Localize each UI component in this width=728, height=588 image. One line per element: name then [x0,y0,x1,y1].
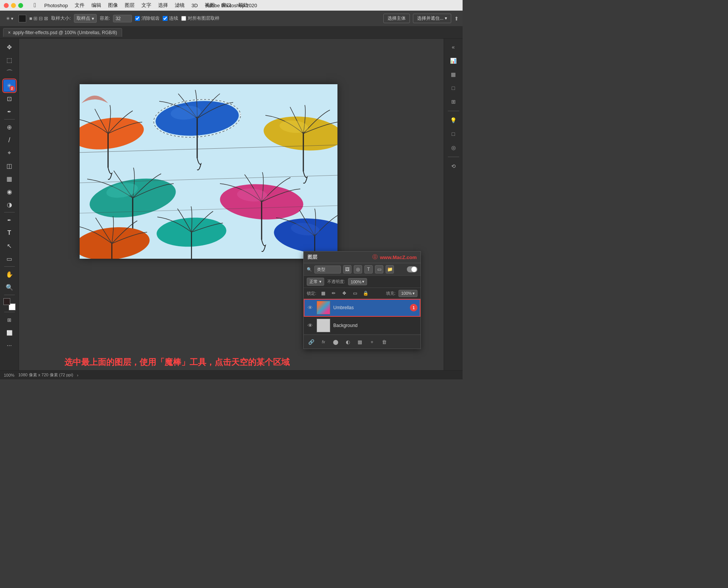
filter-image-icon[interactable]: 🖼 [343,265,351,274]
circle-icon[interactable]: ◎ [447,141,460,154]
layers-filter-dropdown[interactable]: 类型 [314,266,341,274]
filter-smart-icon[interactable]: 📁 [386,265,394,274]
path-select-tool[interactable]: ↖ [3,240,16,252]
anti-alias-checkbox-label[interactable]: 消除锯齿 [135,15,160,22]
lock-image-btn[interactable]: ✏ [330,289,337,297]
menu-edit[interactable]: 编辑 [91,2,101,9]
lock-artboard-btn[interactable]: ▭ [351,289,359,297]
lock-all-btn[interactable]: 🔒 [362,289,369,297]
hand-tool[interactable]: ✋ [3,268,16,280]
crop-tool[interactable]: ⊡ [3,93,16,105]
tolerance-input[interactable] [113,15,132,22]
mode-intersect-icon[interactable]: ⊠ [44,16,48,21]
eyedropper-tool[interactable]: ✒ [3,105,16,118]
panel-collapse-btn[interactable]: « [447,41,460,53]
anti-alias-checkbox[interactable] [135,16,140,21]
more-tools-btn[interactable]: ··· [3,340,16,352]
layer-badge-1: 1 [410,304,417,311]
foreground-color[interactable] [3,298,10,305]
select-subject-button[interactable]: 选择主体 [383,14,410,23]
canvas-image[interactable] [80,84,337,259]
main-layout: ✥ ⬚ ⌒ ✳ 2 ⊡ ✒ ⊕ / ⌖ ◫ ▦ [0,39,463,379]
opacity-value[interactable]: 100% ▾ [348,278,367,285]
marquee-tool[interactable]: ⬚ [3,54,16,66]
squares-grid-icon[interactable]: ⊞ [447,96,460,108]
menu-filter[interactable]: 滤镜 [175,2,185,9]
brush-tool[interactable]: / [3,134,16,146]
menu-photoshop[interactable]: Photoshop [44,3,68,8]
menu-image[interactable]: 图像 [108,2,118,9]
mode-subtract-icon[interactable]: ⊟ [39,16,43,21]
lock-transparency-btn[interactable]: ▦ [319,289,327,297]
gradient-tool[interactable]: ▦ [3,173,16,185]
layer-group-btn[interactable]: ▩ [355,337,364,346]
layer-background[interactable]: 👁 Background [304,317,420,335]
menu-file[interactable]: 文件 [75,2,85,9]
layer-umbrellas-name: Umbrellas [333,305,407,310]
layers-panel-title: 图层 [308,254,317,261]
contiguous-checkbox[interactable] [163,16,168,21]
menu-3d[interactable]: 3D [191,3,198,8]
screen-mode-btn[interactable]: ⬜ [3,327,16,339]
new-layer-btn[interactable]: + [367,337,377,346]
close-button[interactable] [4,3,9,8]
eraser-tool[interactable]: ◫ [3,160,16,172]
sample-size-dropdown[interactable]: 取样点 ▾ [74,14,97,23]
shape-tool[interactable]: ▭ [3,253,16,265]
foreground-color-swatch[interactable] [19,15,26,22]
mode-new-icon[interactable]: ■ [29,16,32,21]
menu-layer[interactable]: 图层 [125,2,135,9]
menu-select[interactable]: 选择 [158,2,168,9]
filter-adjust-icon[interactable]: ◎ [354,265,362,274]
lasso-tool[interactable]: ⌒ [3,67,16,79]
layer-background-visibility[interactable]: 👁 [307,322,314,329]
status-arrow[interactable]: › [77,373,78,377]
clone-tool[interactable]: ⌖ [3,147,16,159]
menu-type[interactable]: 文字 [141,2,151,9]
layer-mask-btn[interactable]: ⬤ [331,337,340,346]
lightbulb-icon[interactable]: 💡 [447,114,460,126]
fill-value[interactable]: 100% ▾ [399,290,417,297]
minimize-button[interactable] [11,3,16,8]
quick-mask-btn[interactable]: ⊞ [3,314,16,326]
filter-toggle[interactable] [407,266,417,272]
select-refine-button[interactable]: 选择并遮住... ▾ [413,14,451,23]
dodge-tool[interactable]: ◑ [3,198,16,211]
layer-umbrellas-visibility[interactable]: 👁 [307,305,314,311]
document-tab[interactable]: × apply-filter-effects.psd @ 100% (Umbre… [3,28,122,37]
panel-icon[interactable]: □ [447,128,460,140]
square-icon[interactable]: □ [447,82,460,94]
type-tool[interactable]: T [3,227,16,239]
layers-panel-header: 图层 ⓪ www.MacZ.com [304,252,420,263]
all-layers-checkbox-label[interactable]: 对所有图层取样 [181,15,220,22]
all-layers-checkbox[interactable] [181,16,186,21]
quick-mask-icon: ⊞ [7,317,11,323]
canvas-area[interactable]: 选中最上面的图层，使用「魔棒」工具，点击天空的某个区域 图层 ⓪ www.Mac… [19,39,444,379]
transform-icon[interactable]: ⟲ [447,160,460,172]
grid-icon[interactable]: ▦ [447,68,460,80]
move-tool[interactable]: ✥ [3,41,16,53]
healing-tool[interactable]: ⊕ [3,121,16,133]
blur-tool[interactable]: ◉ [3,186,16,198]
magic-wand-tool[interactable]: ✳ 2 [3,80,16,92]
mode-add-icon[interactable]: ⊞ [33,16,38,21]
tool-options-icon[interactable]: ✳ ▾ [4,15,16,22]
layer-umbrellas[interactable]: 👁 Umbrellas 1 [304,299,420,317]
share-icon[interactable]: ⬆ [454,16,459,22]
maximize-button[interactable] [18,3,23,8]
zoom-tool[interactable]: 🔍 [3,281,16,293]
contiguous-checkbox-label[interactable]: 连续 [163,15,178,22]
blend-mode-dropdown[interactable]: 正常 ▾ [307,278,324,286]
layer-effects-btn[interactable]: fx [319,337,328,346]
filter-type-icon[interactable]: T [364,265,373,274]
adjustment-layer-btn[interactable]: ◐ [343,337,352,346]
delete-layer-btn[interactable]: 🗑 [380,337,389,346]
link-layers-btn[interactable]: 🔗 [307,337,316,346]
histogram-icon[interactable]: 📊 [447,55,460,67]
screen-mode-icon: ⬜ [6,330,13,336]
lock-position-btn[interactable]: ✥ [340,289,348,297]
filter-shape-icon[interactable]: ▭ [375,265,383,274]
pen-tool[interactable]: ✒ [3,214,16,226]
watermark-text: www.MacZ.com [380,255,417,260]
tab-close-btn[interactable]: × [8,30,11,35]
